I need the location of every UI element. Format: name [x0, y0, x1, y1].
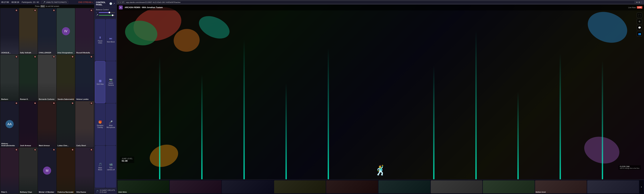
- thumb-6[interactable]: [378, 180, 430, 193]
- chat-button[interactable]: 💬: [637, 25, 642, 30]
- thumb-adam[interactable]: Adam Weiss: [118, 180, 169, 193]
- mute-music-button[interactable]: 🎵 MuteMusic: [95, 146, 105, 188]
- participant-name: Josh Armour: [20, 145, 31, 147]
- arcadia-title: ARCADIA REMIX - With Jonathan Tuatam: [125, 6, 163, 9]
- participant-name: Roman K.: [20, 98, 28, 100]
- turn-camera-off-button[interactable]: 📹 Turn camera off: [106, 146, 116, 188]
- video-cell-federica[interactable]: Federica Nuronata 🔇 ⚠: [57, 147, 75, 194]
- next-block-button[interactable]: ⏭ Next Block: [106, 19, 116, 61]
- mic-muted-icon: 🔇: [52, 9, 55, 12]
- video-cell-challenger[interactable]: CHALLENGER 🔇: [38, 8, 56, 54]
- thumb-8[interactable]: [483, 180, 534, 193]
- fullscreen-button[interactable]: ⛶: [637, 13, 642, 18]
- video-cell-uoaslie[interactable]: UOASLIE... 🔇: [0, 8, 19, 54]
- video-cell-michal[interactable]: M Michal +2 Member 🔇: [38, 147, 56, 194]
- menu-icon[interactable]: ⋮: [641, 1, 643, 4]
- video-row-4: Pete C. 🔇 Bethany Chan 🔇 M Michal +2 Mem…: [0, 147, 94, 194]
- thumb-barbara-scout[interactable]: Barbara Scout: [535, 180, 587, 193]
- video-cell-lukas[interactable]: Lukas Chm... 🔇: [57, 101, 75, 147]
- mic-muted-icon: 🔇: [71, 102, 74, 105]
- clock-icon[interactable]: 🕐: [110, 2, 112, 5]
- music-balance-row: ♪: [96, 12, 115, 14]
- participant-name: Sally Vollrath: [20, 52, 31, 54]
- music-balance-icon: ♪: [96, 12, 98, 14]
- mic-muted-icon: 🔇: [90, 102, 93, 105]
- thumb-7[interactable]: [431, 180, 482, 193]
- extension-icon[interactable]: ⊞: [638, 1, 640, 4]
- next-block-label: Next Block: [107, 41, 115, 43]
- video-cell-josh[interactable]: Josh Armour 🔇: [19, 101, 38, 147]
- dancer-figure: 🕺: [374, 165, 386, 176]
- participant-name: Mark Armour: [39, 145, 50, 147]
- video-row-3: AA Aleksey Andruahchenko 🔇 Josh Armour 🔇…: [0, 101, 94, 147]
- grid-view-label: Grid View: [96, 83, 104, 85]
- participant-name: Russell Modulla: [76, 52, 90, 54]
- thumb-10[interactable]: [587, 180, 639, 193]
- video-cell-barbaro[interactable]: Barbaro 🔇: [0, 55, 19, 101]
- floor-cam-badge[interactable]: FLOOR CAM click to change this to the fl…: [618, 165, 641, 170]
- participant-name: Bernardo Carbone: [39, 98, 54, 100]
- video-cell-bernardo[interactable]: Bernardo Carbone 🔇: [38, 55, 56, 101]
- music-balance-slider[interactable]: [99, 12, 115, 13]
- browser-bar: ‹ › ↺ app.stardio.com/stream/2119697-4c2…: [117, 0, 644, 5]
- browser-forward-button[interactable]: ›: [120, 1, 121, 4]
- switch-camera-button[interactable]: 📷 SwitchCamera: [106, 61, 116, 103]
- pause-class-button[interactable]: ⏸ PauseClass: [95, 19, 105, 61]
- participant-name: Lukas Chm...: [58, 145, 69, 147]
- mic-muted-icon: 🔇: [52, 148, 55, 151]
- video-icon: 📹: [109, 163, 113, 166]
- control-panel: CONTROL PANEL 🕐 ↗ Balance Control ♪ 🎤 ⏸: [94, 0, 117, 194]
- thumb-2[interactable]: [170, 180, 222, 193]
- video-cell-russell[interactable]: Russell Modulla 🔇: [75, 8, 94, 54]
- video-cell-pete[interactable]: Pete C. 🔇: [0, 147, 19, 194]
- video-cell-aleksey[interactable]: AA Aleksey Andruahchenko 🔇: [0, 101, 19, 147]
- participant-name: Sandra Saborowicz: [58, 98, 74, 100]
- participant-name: Barbaro: [1, 98, 8, 100]
- live-badge: LIVE: [637, 6, 642, 9]
- settings-button[interactable]: ⚙: [637, 19, 642, 24]
- browser-actions: ★ ⊞ ⋮: [636, 1, 643, 4]
- video-cell-helene[interactable]: Helene Lombs 🔇: [75, 55, 94, 101]
- video-cell-carly-short[interactable]: Carly Short 🔇: [75, 101, 94, 147]
- thumb-5[interactable]: [326, 180, 378, 193]
- mic-muted-icon: 🔇: [52, 102, 55, 105]
- song-subtitle: (1.0).mp3: [100, 191, 115, 193]
- mic-slash-icon: 🎤: [43, 1, 45, 4]
- thumb-3[interactable]: [222, 180, 274, 193]
- video-cell-irina[interactable]: IV Irina Vinogradova: [57, 8, 75, 54]
- thumb-participant-name: Barbara Scout: [536, 191, 546, 193]
- grid-view-button[interactable]: ▦ Grid View: [95, 61, 105, 103]
- end-stream-button[interactable]: END STREAM »: [78, 1, 93, 4]
- video-cell-mark-armour[interactable]: Mark Armour 🔇: [38, 101, 56, 147]
- jump-level-label: JUMP LEVEL: [122, 158, 132, 159]
- thumbnail-next-button[interactable]: ›: [640, 180, 643, 193]
- video-cell-sandra[interactable]: Sandra Saborowicz 🔇 ⚠: [57, 55, 75, 101]
- control-buttons-grid: ⏸ PauseClass ⏭ Next Block ▦ Grid View 📷 …: [94, 18, 117, 188]
- floor-cam-sub: click to change this to the floor: [620, 167, 640, 169]
- video-cell-roman[interactable]: Roman K. 🔇: [19, 55, 38, 101]
- people-button[interactable]: 👥: [637, 31, 642, 36]
- participant-name: Aleksey Andruahchenko: [1, 143, 19, 147]
- donation-overlay-label: Donation Overlay: [96, 125, 105, 129]
- switch-camera-label: SwitchCamera: [108, 82, 114, 86]
- bookmark-icon[interactable]: ★: [636, 1, 638, 4]
- grid-icon: ▦: [99, 79, 102, 83]
- side-controls-right: ⛶ ⚙ 💬 👥: [637, 13, 642, 36]
- video-cell-sally[interactable]: Sally Vollrath 🔇: [19, 8, 38, 54]
- arcadia-header: A ARCADIA REMIX - With Jonathan Tuatam L…: [117, 5, 644, 11]
- mic-balance-slider[interactable]: [99, 15, 115, 16]
- control-panel-icons: 🕐 ↗: [110, 2, 115, 5]
- browser-url-bar[interactable]: app.stardio.com/stream/2119697-4c22-63e0…: [125, 1, 635, 4]
- mute-microphone-button[interactable]: 🎤 Mute Microphone: [106, 104, 116, 145]
- mic-balance-row: 🎤: [96, 14, 115, 16]
- thumb-4[interactable]: [274, 180, 326, 193]
- donation-overlay-button[interactable]: 🎁 Donation Overlay: [95, 104, 105, 145]
- unmute-participants-button[interactable]: 🎤 UNMUTE PARTICIPANTS: [42, 1, 68, 4]
- browser-back-button[interactable]: ‹: [118, 1, 119, 4]
- jump-level-value: 01:38: [122, 159, 132, 162]
- share-icon[interactable]: ↗: [113, 2, 115, 5]
- video-cell-bethany[interactable]: Bethany Chan 🔇: [19, 147, 38, 194]
- video-cell-orla[interactable]: Orla Dunno 🔇: [75, 147, 94, 194]
- pause-class-label: PauseClass: [98, 40, 102, 44]
- browser-refresh-button[interactable]: ↺: [122, 1, 124, 4]
